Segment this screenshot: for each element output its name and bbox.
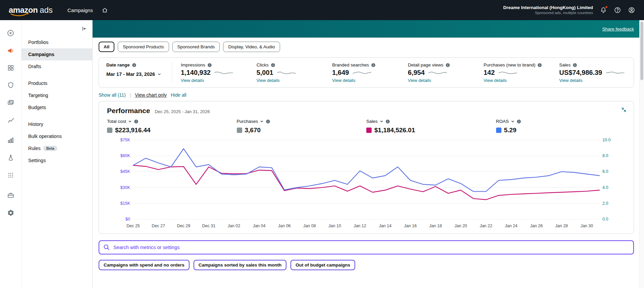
metric-dropdown[interactable]: Total cost [107, 119, 237, 124]
help-icon[interactable] [614, 6, 621, 14]
tab-all[interactable]: All [99, 42, 114, 52]
scrollbar-thumb[interactable] [640, 21, 643, 80]
info-icon[interactable] [207, 63, 212, 67]
info-icon[interactable] [271, 63, 275, 67]
metric-value: 1,649 [332, 69, 349, 77]
metric-label: Impressions [181, 62, 205, 67]
sidebar-item-label: History [28, 122, 43, 127]
metric-label: Branded searches [332, 62, 369, 67]
insights-line-chart-icon[interactable] [0, 111, 21, 129]
metric-dropdown[interactable]: Purchases [237, 119, 367, 124]
campaigns-megaphone-icon[interactable] [0, 42, 21, 59]
collapse-sidebar-icon[interactable] [81, 26, 88, 32]
apps-grid-icon[interactable] [0, 59, 21, 77]
notifications-bell-icon[interactable] [600, 6, 607, 14]
chevron-down-icon [128, 119, 132, 124]
sidebar-item-settings[interactable]: Settings [21, 154, 92, 166]
amazon-smile-icon [10, 13, 30, 16]
metric-label: Sales [559, 62, 571, 67]
search-input[interactable] [99, 240, 634, 254]
info-icon[interactable] [573, 63, 577, 67]
home-icon[interactable] [102, 7, 108, 13]
chip-out-of-budget[interactable]: Out of budget campaigns [290, 260, 355, 270]
sidebar-item-rules[interactable]: Rules Beta [21, 142, 92, 154]
svg-text:$60K: $60K [120, 153, 130, 158]
collapse-chart-icon[interactable] [621, 107, 627, 113]
create-plus-icon[interactable] [0, 24, 21, 42]
view-details-link[interactable]: View details [181, 78, 204, 83]
chevron-down-icon [379, 119, 384, 124]
creative-images-icon[interactable] [0, 94, 21, 111]
view-details-link[interactable]: View details [257, 78, 280, 83]
teal-banner: Share feedback [93, 20, 644, 38]
date-range-label: Date range [106, 62, 130, 67]
svg-text:4.0: 4.0 [602, 185, 608, 190]
sidebar-item-history[interactable]: History [21, 118, 92, 130]
sparkline [605, 69, 625, 76]
chip-sorted-by-sales[interactable]: Campaigns sorted by sales this month [194, 260, 287, 270]
sidebar-item-portfolios[interactable]: Portfolios [21, 36, 92, 48]
metric-clicks: Clicks 5,001 View details [248, 62, 324, 83]
svg-text:Jan 04: Jan 04 [253, 224, 266, 228]
sidebar-item-budgets[interactable]: Budgets [21, 101, 92, 113]
selector-label: Sales [366, 119, 378, 124]
tab-sponsored-products[interactable]: Sponsored Products [118, 42, 169, 52]
svg-text:Jan 28: Jan 28 [555, 224, 568, 228]
business-briefcase-icon[interactable] [0, 187, 21, 204]
date-range-selector[interactable]: Mar 17 - Mar 23, 2026 [106, 71, 164, 77]
info-icon[interactable] [537, 63, 542, 67]
info-icon[interactable] [134, 119, 139, 124]
experiments-flask-icon[interactable] [0, 149, 21, 166]
metric-purchases-ntb: Purchases (new to brand) 142 View detail… [475, 62, 551, 83]
chip-spend-no-orders[interactable]: Campaigns with spend and no orders [99, 260, 190, 270]
sidebar-item-label: Bulk operations [28, 134, 62, 139]
info-icon[interactable] [517, 119, 521, 124]
info-icon[interactable] [371, 63, 376, 67]
performance-chart[interactable]: $00.0$15K2.0$30K4.0$45K6.0$60K8.0$75K10.… [107, 136, 626, 230]
metric-dropdown[interactable]: ROAS [496, 119, 626, 124]
more-apps-dots-icon[interactable] [0, 166, 21, 184]
view-chart-only-link[interactable]: View chart only [135, 92, 167, 98]
tab-display-video-audio[interactable]: Display, Video, & Audio [223, 42, 280, 52]
profile-icon[interactable] [628, 6, 635, 14]
sidebar-item-campaigns[interactable]: Campaigns [21, 48, 92, 60]
info-icon[interactable] [132, 63, 137, 67]
info-icon[interactable] [266, 119, 270, 124]
view-details-link[interactable]: View details [559, 78, 582, 83]
settings-gear-icon[interactable] [0, 204, 21, 222]
svg-text:Jan 08: Jan 08 [303, 224, 316, 228]
metric-dropdown[interactable]: Sales [366, 119, 496, 124]
amazon-ads-app: amazon ads Campaigns Dreame Internationa… [0, 0, 644, 288]
view-details-link[interactable]: View details [332, 78, 355, 83]
svg-text:Jan 16: Jan 16 [404, 224, 417, 228]
selector-label: Total cost [107, 119, 126, 124]
sidebar-item-products[interactable]: Products [21, 77, 92, 89]
tab-sponsored-brands[interactable]: Sponsored Brands [172, 42, 220, 52]
sidebar-item-label: Drafts [28, 64, 41, 69]
show-all-link[interactable]: Show all (11) [99, 92, 126, 98]
svg-text:Jan 06: Jan 06 [278, 224, 291, 228]
info-icon[interactable] [385, 119, 390, 124]
sidebar-item-drafts[interactable]: Drafts [21, 60, 92, 73]
svg-text:$75K: $75K [120, 138, 130, 142]
metric-value: 5,001 [257, 69, 273, 77]
sidebar-item-bulk-operations[interactable]: Bulk operations [21, 130, 92, 142]
account-switcher[interactable]: Dreame International (HongKong) Limited … [503, 5, 593, 15]
sparkline [214, 69, 233, 76]
reports-bar-chart-icon[interactable] [0, 132, 21, 149]
selector-sales: Sales $1,184,526.01 [366, 119, 496, 134]
sidebar-item-targeting[interactable]: Targeting [21, 89, 92, 101]
date-range-value: Mar 17 - Mar 23, 2026 [106, 71, 155, 77]
metric-value: US$74,986.39 [559, 69, 602, 77]
view-details-link[interactable]: View details [408, 78, 431, 83]
beta-badge: Beta [43, 146, 57, 151]
view-details-link[interactable]: View details [484, 78, 507, 83]
amazon-ads-logo[interactable]: amazon ads [9, 5, 53, 15]
info-icon[interactable] [445, 63, 450, 67]
brand-shield-icon[interactable] [0, 77, 21, 94]
side-nav: Portfolios Campaigns Drafts Products Tar… [21, 20, 93, 288]
account-subtitle: Sponsored ads, multiple countries [503, 10, 593, 15]
sidebar-item-label: Products [28, 81, 47, 86]
share-feedback-link[interactable]: Share feedback [602, 27, 634, 32]
hide-all-link[interactable]: Hide all [171, 92, 186, 98]
